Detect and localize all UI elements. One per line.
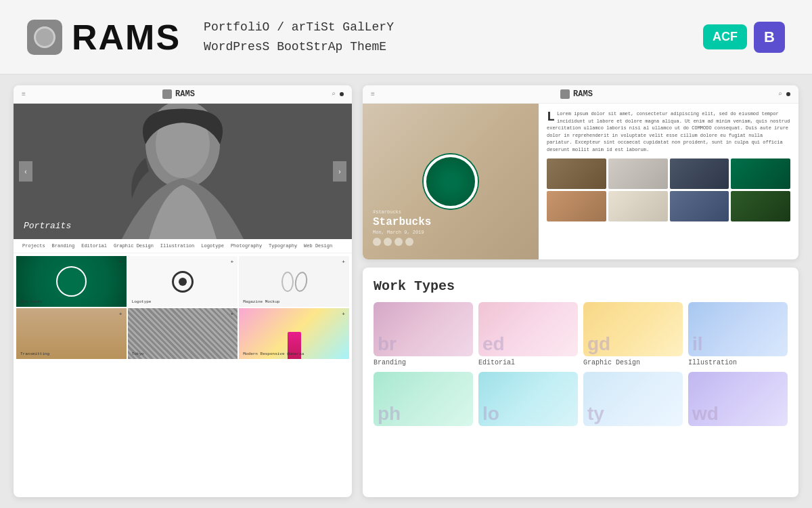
category-photography[interactable]: Photography (229, 242, 264, 249)
gallery-thumb-4[interactable] (731, 158, 790, 189)
social-icons (373, 238, 431, 246)
work-type-illustration[interactable]: il (688, 302, 788, 356)
gallery-thumb-1[interactable] (547, 158, 606, 189)
drop-cap: L (547, 110, 555, 124)
grid-item-responsive[interactable]: Modern Responsive @omaraa + (239, 308, 349, 359)
gallery-thumb-5[interactable] (547, 191, 606, 221)
hero-image (14, 104, 352, 239)
social-instagram (394, 238, 403, 246)
work-type-r2-1[interactable]: ph (374, 372, 473, 426)
gallery-thumb-2[interactable] (608, 158, 668, 189)
camera-icon (172, 271, 194, 293)
work-type-graphic-wrapper: gd Graphic Design (583, 302, 683, 366)
article-preview: #starbucks Starbucks Mon, March 9, 2019 (363, 104, 798, 259)
category-editorial[interactable]: Editorial (79, 242, 109, 249)
gallery-thumb-8[interactable] (731, 191, 790, 221)
brand-logo-text: RAMS (72, 17, 181, 58)
right-panel: ≡ RAMS ⌕ (363, 85, 798, 497)
search-icon[interactable]: ⌕ (332, 90, 336, 98)
work-type-r2-2[interactable]: lo (478, 372, 578, 426)
wt-letter-r2-4: wd (692, 403, 719, 425)
work-type-editorial-wrapper: ed Editorial (478, 302, 578, 366)
grid-plus-responsive: + (342, 311, 345, 317)
grid-label-logotype: Logotype (132, 299, 152, 304)
gallery-thumb-3[interactable] (670, 158, 729, 189)
grid-plus-magazine: + (342, 259, 345, 265)
grid-label-magazine: Magazine Mockup (243, 299, 279, 304)
category-branding[interactable]: Branding (50, 242, 77, 249)
gallery-thumb-7[interactable] (670, 191, 729, 221)
wt-letter-illustration: il (692, 333, 703, 355)
nav-menu-icon-right: ≡ (371, 91, 375, 98)
preview-header-left: ≡ RAMS ⌕ (14, 85, 352, 104)
grid-item-starbucks[interactable]: Starbucks + (16, 256, 127, 307)
preview-actions-left: ⌕ (332, 90, 344, 98)
preview-logo-box (162, 89, 172, 99)
hero-slider: Portraits ‹ › (14, 104, 352, 239)
main-content: ≡ RAMS ⌕ (0, 75, 812, 508)
grid-item-tokyo[interactable]: Tokyo + (128, 308, 238, 359)
wt-letter-branding: br (378, 333, 397, 355)
category-graphic-design[interactable]: Graphic Design (112, 242, 156, 249)
work-types-title: Work Types (374, 278, 788, 294)
preview-logo-text-right: RAMS (573, 89, 593, 99)
work-type-branding[interactable]: br (374, 302, 473, 356)
starbucks-tag: #starbucks (373, 209, 431, 215)
article-body: L Lorem ipsum dolor sit amet, consectetu… (547, 110, 790, 153)
grid-label-tokyo: Tokyo (132, 352, 144, 356)
hero-portrait-svg (14, 104, 352, 239)
category-illustration[interactable]: Illustration (158, 242, 196, 249)
grid-plus-starbucks: + (119, 259, 122, 265)
social-facebook (373, 238, 381, 246)
logo-icon-shape (34, 26, 55, 48)
article-hero: #starbucks Starbucks Mon, March 9, 2019 (363, 104, 539, 259)
grid-label-transmitting: Transmitting (20, 352, 49, 356)
right-top-panel: ≡ RAMS ⌕ (363, 85, 798, 259)
wt-letter-editorial: ed (482, 333, 505, 355)
article-date: Mon, March 9, 2019 (373, 230, 431, 235)
category-logotype[interactable]: Logotype (199, 242, 226, 249)
article-right-content: L Lorem ipsum dolor sit amet, consectetu… (539, 104, 798, 259)
grid-item-magazine[interactable]: Magazine Mockup + (239, 256, 349, 307)
tagline-line1: PortfoliO / arTiSt GalLerY (204, 18, 394, 37)
grid-item-logotype[interactable]: Logotype + (128, 256, 238, 307)
work-type-label-branding: Branding (374, 359, 473, 366)
gallery-thumb-6[interactable] (608, 191, 668, 221)
work-types-grid: br Branding ed Editorial gd Graphic Desi… (374, 302, 788, 426)
grid-label-starbucks: Starbucks (20, 299, 42, 304)
menu-dot-right (786, 92, 790, 96)
work-type-r2-2-wrapper: lo (478, 372, 578, 426)
category-web-design[interactable]: Web Design (302, 242, 334, 249)
category-filter: Projects Branding Editorial Graphic Desi… (14, 239, 352, 253)
social-link (405, 238, 413, 246)
category-typography[interactable]: Typography (267, 242, 299, 249)
badges-area: ACF B (703, 22, 785, 53)
starbucks-circle-large (424, 154, 478, 209)
work-type-r2-3-wrapper: ty (583, 372, 683, 426)
header: RAMS PortfoliO / arTiSt GalLerY WordPres… (0, 0, 812, 75)
preview-logo-right: RAMS (560, 89, 593, 99)
nav-menu-icon: ≡ (22, 91, 26, 98)
work-type-graphic[interactable]: gd (583, 302, 683, 356)
left-preview-panel: ≡ RAMS ⌕ (14, 85, 352, 497)
work-type-branding-wrapper: br Branding (374, 302, 473, 366)
search-icon-right[interactable]: ⌕ (778, 90, 782, 98)
slider-prev-button[interactable]: ‹ (19, 161, 32, 182)
grid-item-transmitting[interactable]: Transmitting + (16, 308, 127, 359)
logo-icon (27, 20, 62, 55)
wt-letter-r2-1: ph (378, 403, 401, 425)
menu-dot (340, 92, 344, 96)
preview-logo-left: RAMS (162, 89, 195, 99)
preview-actions-right: ⌕ (778, 90, 790, 98)
social-twitter (384, 238, 392, 246)
work-type-r2-3[interactable]: ty (583, 372, 683, 426)
tokyo-thumb (128, 308, 238, 359)
starbucks-hero-bg: #starbucks Starbucks Mon, March 9, 2019 (363, 104, 539, 259)
work-type-editorial[interactable]: ed (478, 302, 578, 356)
preview-logo-box-right (560, 89, 570, 99)
acf-badge: ACF (703, 24, 747, 49)
slider-next-button[interactable]: › (333, 161, 346, 182)
portfolio-grid: Starbucks + Logotype + (14, 253, 352, 362)
work-type-r2-4[interactable]: wd (688, 372, 788, 426)
category-projects[interactable]: Projects (20, 242, 47, 249)
